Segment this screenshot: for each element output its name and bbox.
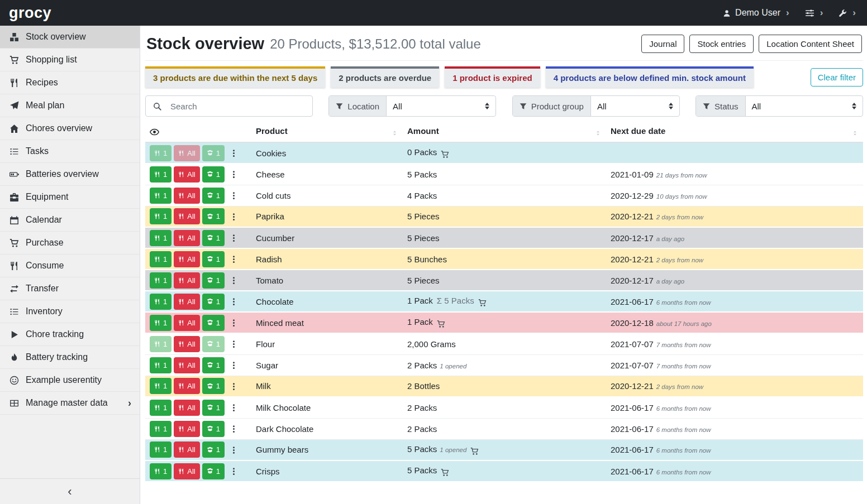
row-menu-button[interactable] <box>228 463 240 479</box>
stock-entries-button[interactable]: Stock entries <box>689 35 754 53</box>
open-one-button[interactable]: 1 <box>202 421 225 437</box>
consume-one-button[interactable]: 1 <box>150 188 172 204</box>
row-menu-button[interactable] <box>228 188 240 204</box>
open-one-button[interactable]: 1 <box>202 315 225 331</box>
open-one-button[interactable]: 1 <box>202 208 225 224</box>
open-one-button[interactable]: 1 <box>202 230 225 246</box>
sidebar-item-inventory[interactable]: Inventory <box>0 300 140 323</box>
consume-all-button[interactable]: All <box>174 294 199 310</box>
open-one-button[interactable]: 1 <box>202 378 225 394</box>
status-filter-banner[interactable]: 4 products are below defined min. stock … <box>546 66 754 88</box>
user-menu[interactable]: Demo User › <box>723 8 789 18</box>
open-one-button[interactable]: 1 <box>202 463 225 479</box>
consume-all-button[interactable]: All <box>174 357 199 373</box>
consume-one-button[interactable]: 1 <box>150 145 172 161</box>
row-menu-button[interactable] <box>228 272 240 289</box>
sidebar-item-batteries-overview[interactable]: Batteries overview <box>0 163 140 186</box>
consume-all-button[interactable]: All <box>174 230 199 246</box>
row-menu-button[interactable] <box>228 378 240 394</box>
row-menu-button[interactable] <box>228 230 240 246</box>
consume-one-button[interactable]: 1 <box>150 230 172 246</box>
consume-one-button[interactable]: 1 <box>150 315 172 331</box>
sidebar-item-equipment[interactable]: Equipment <box>0 186 140 209</box>
row-menu-button[interactable] <box>228 251 240 267</box>
sidebar-item-tasks[interactable]: Tasks <box>0 140 140 163</box>
consume-all-button[interactable]: All <box>174 378 199 394</box>
open-one-button[interactable]: 1 <box>202 400 225 416</box>
sidebar-item-shopping-list[interactable]: Shopping list <box>0 49 140 71</box>
sidebar-item-transfer[interactable]: Transfer <box>0 277 140 300</box>
row-menu-button[interactable] <box>228 357 240 373</box>
sidebar-item-recipes[interactable]: Recipes <box>0 71 140 94</box>
admin-menu[interactable]: › <box>839 8 856 18</box>
consume-all-button[interactable]: All <box>174 145 199 161</box>
open-one-button[interactable]: 1 <box>202 294 225 310</box>
sidebar-item-manage-master-data[interactable]: Manage master data› <box>0 392 140 415</box>
row-menu-button[interactable] <box>228 315 240 331</box>
consume-one-button[interactable]: 1 <box>150 208 172 224</box>
open-one-button[interactable]: 1 <box>202 145 225 161</box>
consume-one-button[interactable]: 1 <box>150 357 172 373</box>
sidebar-item-chores-overview[interactable]: Chores overview <box>0 117 140 140</box>
column-header-next-due-date[interactable]: Next due date <box>606 122 863 142</box>
open-one-button[interactable]: 1 <box>202 357 225 373</box>
row-menu-button[interactable] <box>228 421 240 437</box>
consume-all-button[interactable]: All <box>174 272 199 289</box>
consume-one-button[interactable]: 1 <box>150 400 172 416</box>
open-one-button[interactable]: 1 <box>202 441 225 458</box>
consume-one-button[interactable]: 1 <box>150 294 172 310</box>
consume-all-button[interactable]: All <box>174 208 199 224</box>
row-menu-button[interactable] <box>228 145 240 161</box>
status-select[interactable]: All <box>746 96 863 116</box>
consume-all-button[interactable]: All <box>174 336 199 352</box>
app-logo[interactable]: grocy <box>9 4 51 22</box>
sidebar-item-chore-tracking[interactable]: Chore tracking <box>0 323 140 346</box>
row-menu-button[interactable] <box>228 208 240 224</box>
location-content-sheet-button[interactable]: Location Content Sheet <box>759 35 862 53</box>
consume-one-button[interactable]: 1 <box>150 251 172 267</box>
consume-one-button[interactable]: 1 <box>150 336 172 352</box>
status-filter-banner[interactable]: 1 product is expired <box>445 66 540 88</box>
sidebar-item-example-userentity[interactable]: Example userentity <box>0 369 140 392</box>
status-filter-banner[interactable]: 2 products are overdue <box>331 66 439 88</box>
consume-one-button[interactable]: 1 <box>150 166 172 183</box>
sidebar-item-purchase[interactable]: Purchase <box>0 232 140 255</box>
column-header-visibility[interactable] <box>145 122 251 142</box>
column-header-amount[interactable]: Amount <box>403 122 606 142</box>
sidebar-item-consume[interactable]: Consume <box>0 255 140 277</box>
consume-all-button[interactable]: All <box>174 421 199 437</box>
row-menu-button[interactable] <box>228 336 240 352</box>
sidebar-collapse-button[interactable]: ‹ <box>0 478 140 504</box>
column-header-product[interactable]: Product <box>251 122 403 142</box>
open-one-button[interactable]: 1 <box>202 251 225 267</box>
sidebar-item-calendar[interactable]: Calendar <box>0 209 140 232</box>
consume-all-button[interactable]: All <box>174 463 199 479</box>
consume-all-button[interactable]: All <box>174 315 199 331</box>
row-menu-button[interactable] <box>228 166 240 183</box>
consume-all-button[interactable]: All <box>174 188 199 204</box>
consume-one-button[interactable]: 1 <box>150 421 172 437</box>
sidebar-item-meal-plan[interactable]: Meal plan <box>0 94 140 117</box>
settings-menu[interactable]: › <box>805 8 823 18</box>
consume-one-button[interactable]: 1 <box>150 378 172 394</box>
open-one-button[interactable]: 1 <box>202 166 225 183</box>
open-one-button[interactable]: 1 <box>202 188 225 204</box>
row-menu-button[interactable] <box>228 441 240 458</box>
sidebar-item-battery-tracking[interactable]: Battery tracking <box>0 346 140 369</box>
row-menu-button[interactable] <box>228 400 240 416</box>
consume-all-button[interactable]: All <box>174 166 199 183</box>
clear-filter-button[interactable]: Clear filter <box>811 68 863 87</box>
product-group-select[interactable]: All <box>591 96 679 116</box>
consume-all-button[interactable]: All <box>174 400 199 416</box>
location-select[interactable]: All <box>387 96 496 116</box>
status-filter-banner[interactable]: 3 products are due within the next 5 day… <box>145 66 325 88</box>
consume-all-button[interactable]: All <box>174 251 199 267</box>
sidebar-item-stock-overview[interactable]: Stock overview <box>0 26 140 49</box>
consume-one-button[interactable]: 1 <box>150 463 172 479</box>
journal-button[interactable]: Journal <box>641 35 684 53</box>
open-one-button[interactable]: 1 <box>202 272 225 289</box>
consume-all-button[interactable]: All <box>174 441 199 458</box>
consume-one-button[interactable]: 1 <box>150 272 172 289</box>
consume-one-button[interactable]: 1 <box>150 441 172 458</box>
row-menu-button[interactable] <box>228 294 240 310</box>
